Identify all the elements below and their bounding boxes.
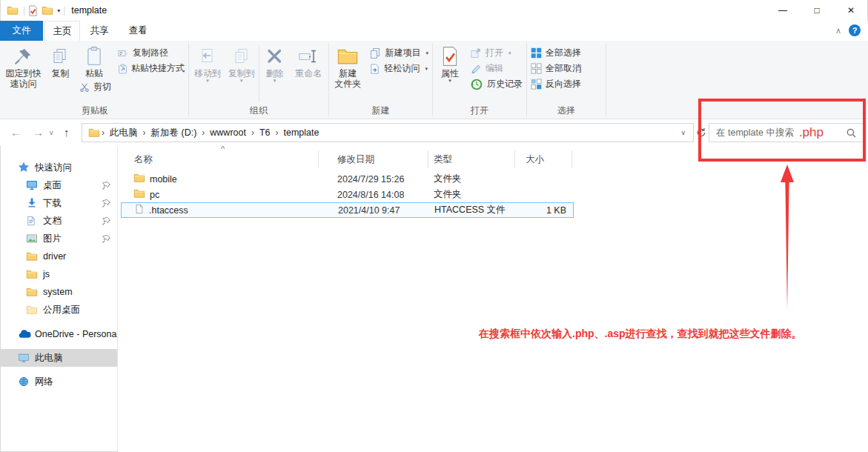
sidebar-item-public-desktop[interactable]: 公用桌面 xyxy=(0,301,117,319)
pin-to-quick-access-button[interactable]: 固定到快速访问 xyxy=(3,44,44,90)
tab-share[interactable]: 共享 xyxy=(80,21,119,41)
help-icon[interactable]: ? xyxy=(849,24,861,36)
sidebar-item-js[interactable]: js xyxy=(0,265,117,283)
sidebar-item-network[interactable]: 网络 xyxy=(0,373,117,390)
refresh-icon[interactable] xyxy=(696,127,706,141)
easy-access-button[interactable]: 轻松访问 ▾ xyxy=(367,61,430,76)
minimize-button[interactable]: — xyxy=(766,0,800,21)
button-label: 固定到快速访问 xyxy=(4,68,42,89)
rename-button[interactable]: 重命名 xyxy=(290,44,327,79)
dropdown-caret: ▾ xyxy=(508,50,511,56)
button-label: 新建 xyxy=(339,68,357,79)
sidebar-item-this-pc[interactable]: 此电脑 xyxy=(0,349,117,367)
sidebar-item-pictures[interactable]: 图片 xyxy=(0,230,117,247)
explorer-window: | ▾ | template — □ ✕ 文件 主页 共享 查看 ∧ ? 固定到… xyxy=(0,0,868,452)
tab-home[interactable]: 主页 xyxy=(44,21,80,41)
sidebar-item-label: 此电脑 xyxy=(35,352,63,365)
cut-button[interactable]: 剪切 xyxy=(77,79,113,95)
sidebar-item-label: driver xyxy=(43,251,66,262)
history-button[interactable]: 历史记录 xyxy=(468,76,525,92)
column-header-type[interactable]: 类型 xyxy=(428,150,515,168)
pin-icon[interactable] xyxy=(102,216,111,228)
sidebar-item-desktop[interactable]: 桌面 xyxy=(0,176,117,194)
file-row-mobile[interactable]: mobile 2024/7/29 15:26 文件夹 xyxy=(121,171,574,187)
copy-path-icon xyxy=(118,48,129,59)
column-header-size[interactable]: 大小 xyxy=(515,150,572,168)
column-header-name[interactable]: 名称 xyxy=(121,150,319,168)
pin-icon[interactable] xyxy=(102,234,111,246)
breadcrumb-drive-d[interactable]: 新加卷 (D:) xyxy=(148,127,201,139)
document-icon xyxy=(26,215,40,227)
address-dropdown-chevron[interactable]: ∨ xyxy=(680,129,693,136)
breadcrumb-this-pc[interactable]: 此电脑 xyxy=(106,127,142,139)
button-label: 复制到 xyxy=(228,68,255,79)
pin-icon[interactable] xyxy=(102,199,111,210)
edit-button[interactable]: 编辑 xyxy=(468,61,506,76)
breadcrumb-t6[interactable]: T6 xyxy=(256,127,274,138)
forward-button[interactable]: → xyxy=(33,126,44,139)
copy-button[interactable]: 复制 xyxy=(44,44,77,79)
copy-to-button[interactable]: 复制到 ▾ xyxy=(225,44,259,84)
up-button[interactable]: ↑ xyxy=(64,126,70,139)
address-folder-icon xyxy=(88,127,100,139)
rename-icon xyxy=(298,44,319,68)
paste-button[interactable]: 粘贴 xyxy=(77,44,111,79)
invert-selection-button[interactable]: 反向选择 xyxy=(529,76,583,92)
new-item-icon xyxy=(369,47,381,59)
button-label: 复制 xyxy=(51,68,69,79)
select-all-button[interactable]: 全部选择 xyxy=(529,45,583,61)
quick-access-star-icon xyxy=(18,162,32,173)
desktop-icon xyxy=(26,179,40,191)
new-item-button[interactable]: 新建项目 ▾ xyxy=(367,45,431,61)
delete-button[interactable]: 删除 ▾ xyxy=(259,44,290,84)
close-button[interactable]: ✕ xyxy=(834,0,868,21)
download-icon xyxy=(26,197,40,209)
button-label: 复制路径 xyxy=(133,47,168,59)
sidebar-item-downloads[interactable]: 下载 xyxy=(0,194,117,212)
column-header-date[interactable]: 修改日期 xyxy=(319,150,428,168)
copy-path-button[interactable]: 复制路径 xyxy=(116,45,170,61)
properties-button[interactable]: 属性 ▾ xyxy=(434,44,466,84)
button-label: 全部取消 xyxy=(546,62,581,75)
tab-view[interactable]: 查看 xyxy=(119,21,157,41)
dropdown-caret: ▾ xyxy=(240,79,243,83)
qat-separator: | xyxy=(63,5,65,16)
address-bar[interactable]: › 此电脑 › 新加卷 (D:) › wwwroot › T6 › templa… xyxy=(82,123,694,142)
picture-icon xyxy=(26,233,40,245)
breadcrumb-wwwroot[interactable]: wwwroot xyxy=(206,127,250,138)
file-row-htaccess[interactable]: .htaccess 2021/4/10 9:47 HTACCESS 文件 1 K… xyxy=(121,202,574,218)
ribbon-collapse-icon[interactable]: ∧ xyxy=(835,26,841,36)
qat-new-folder-icon[interactable] xyxy=(42,4,53,16)
paste-shortcut-button[interactable]: 粘贴快捷方式 xyxy=(116,61,187,76)
select-none-button[interactable]: 全部取消 xyxy=(529,61,583,76)
recent-locations-chevron[interactable]: ∨ xyxy=(49,129,54,136)
window-folder-icon xyxy=(7,4,19,16)
move-to-button[interactable]: 移动到 ▾ xyxy=(191,44,225,84)
tab-file[interactable]: 文件 xyxy=(0,21,43,41)
sidebar-item-label: 快速访问 xyxy=(35,162,72,174)
search-placeholder: 在 template 中搜索 xyxy=(716,127,794,139)
group-label-select: 选择 xyxy=(527,104,606,117)
this-pc-icon xyxy=(18,352,32,364)
pin-icon[interactable] xyxy=(102,181,111,193)
sidebar-item-onedrive[interactable]: OneDrive - Persona xyxy=(0,325,117,343)
sidebar-item-driver[interactable]: driver xyxy=(0,247,117,265)
search-box[interactable]: 在 template 中搜索 .php xyxy=(709,123,864,142)
qat-customize-caret[interactable]: ▾ xyxy=(57,7,60,14)
properties-icon xyxy=(441,44,459,68)
file-row-pc[interactable]: pc 2024/8/16 14:08 文件夹 xyxy=(121,187,574,202)
sidebar-item-system[interactable]: system xyxy=(0,283,117,301)
file-size: 1 KB xyxy=(516,205,573,216)
maximize-button[interactable]: □ xyxy=(800,0,834,21)
search-icon[interactable] xyxy=(846,127,857,139)
back-button[interactable]: ← xyxy=(10,126,21,139)
sidebar-item-quick-access[interactable]: 快速访问 xyxy=(0,159,117,176)
open-button[interactable]: 打开 ▾ xyxy=(468,45,514,61)
breadcrumb-template[interactable]: template xyxy=(280,127,323,138)
folder-icon xyxy=(26,286,40,298)
new-folder-button[interactable]: 新建 文件夹 xyxy=(331,44,365,90)
sidebar-item-documents[interactable]: 文档 xyxy=(0,212,117,230)
dropdown-caret: ▾ xyxy=(274,79,276,83)
qat-properties-icon[interactable] xyxy=(28,5,38,16)
select-all-icon xyxy=(531,47,542,59)
